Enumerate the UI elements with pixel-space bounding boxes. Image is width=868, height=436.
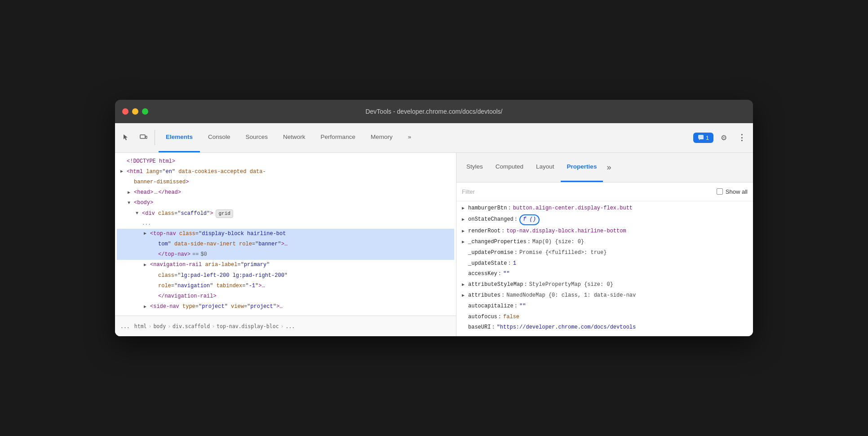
right-toolbar: Styles Computed Layout Properties » (456, 153, 753, 182)
breadcrumb-end-dots: ... (286, 323, 295, 329)
prop-renderRoot[interactable]: ▶ renderRoot : top-nav.display-block.hai… (456, 226, 753, 237)
dom-line-scaffold[interactable]: ▼ <div class="scaffold" > grid (117, 209, 454, 219)
dom-line-head[interactable]: ▶ <head>…</head> (117, 187, 454, 198)
dom-line-body[interactable]: ▼ <body> (117, 198, 454, 208)
chat-badge[interactable]: 1 (693, 133, 713, 143)
dom-line-top-nav-close: </top-nav> == $0 (117, 249, 454, 260)
dom-line-doctype: <!DOCTYPE html> (117, 156, 454, 167)
properties-list[interactable]: ▶ hamburgerBtn : button.align-center.dis… (456, 201, 753, 337)
show-all-checkbox[interactable] (717, 188, 723, 195)
breadcrumb-dots: ... (120, 323, 130, 329)
tab-elements[interactable]: Elements (159, 123, 200, 152)
main-toolbar: Elements Console Sources Network Perform… (115, 123, 753, 153)
triangle-attributes[interactable]: ▶ (462, 292, 468, 300)
window-title: DevTools - developer.chrome.com/docs/dev… (122, 108, 746, 115)
inspect-element-button[interactable] (119, 130, 134, 145)
tab-more[interactable]: » (401, 123, 419, 152)
left-panel: <!DOCTYPE html> ▶ <html lang="en" data-c… (115, 153, 456, 337)
triangle-html: ▶ (120, 168, 127, 175)
toolbar-icons (119, 130, 155, 145)
prop-changedProperties[interactable]: ▶ _changedProperties : Map(0) {size: 0} (456, 237, 753, 248)
prop-baseURI[interactable]: ▶ baseURI : "https://developer.chrome.co… (456, 322, 753, 333)
triangle-onStateChanged[interactable]: ▶ (462, 216, 468, 224)
more-icon: ⋮ (738, 133, 746, 142)
dom-line-nav-rail[interactable]: ▶ <navigation-rail aria-label="primary" (117, 260, 454, 270)
traffic-lights (122, 108, 148, 115)
triangle-top-nav[interactable]: ▶ (144, 230, 150, 237)
title-bar: DevTools - developer.chrome.com/docs/dev… (115, 100, 753, 123)
tab-performance[interactable]: Performance (314, 123, 363, 152)
dom-line-html-cont: banner-dismissed> (117, 177, 454, 187)
maximize-button[interactable] (142, 108, 148, 115)
html-tag: <html (127, 168, 143, 176)
show-all-text: Show all (726, 188, 748, 195)
tab-computed[interactable]: Computed (489, 153, 530, 182)
dom-line-side-nav[interactable]: ▶ <side-nav type="project" view="project… (117, 302, 454, 312)
device-toolbar-button[interactable] (136, 130, 151, 145)
doctype-text: <!DOCTYPE html> (127, 157, 175, 166)
dom-tree[interactable]: <!DOCTYPE html> ▶ <html lang="en" data-c… (115, 153, 456, 316)
main-tabs: Elements Console Sources Network Perform… (159, 123, 418, 152)
tab-properties[interactable]: Properties (561, 153, 603, 182)
dom-line-html[interactable]: ▶ <html lang="en" data-cookies-accepted … (117, 167, 454, 177)
show-all-label[interactable]: Show all (717, 188, 748, 195)
svg-rect-2 (698, 135, 704, 139)
func-highlight: f () (519, 214, 540, 225)
breadcrumb-body[interactable]: body (153, 323, 166, 329)
prop-updateState[interactable]: ▶ _updateState : 1 (456, 258, 753, 269)
minimize-button[interactable] (132, 108, 138, 115)
toolbar-right: 1 ⚙ ⋮ (693, 130, 749, 145)
prop-hamburgerBtn[interactable]: ▶ hamburgerBtn : button.align-center.dis… (456, 203, 753, 214)
triangle-side-nav[interactable]: ▶ (144, 303, 150, 311)
svg-rect-0 (140, 135, 145, 138)
triangle-nav-rail[interactable]: ▶ (144, 262, 150, 269)
grid-badge: grid (216, 209, 233, 218)
triangle-attrStyleMap[interactable]: ▶ (462, 281, 468, 289)
tab-styles[interactable]: Styles (460, 153, 489, 182)
filter-bar: Show all (456, 182, 753, 201)
right-panel: Styles Computed Layout Properties » Show… (456, 153, 753, 337)
triangle-scaffold[interactable]: ▼ (136, 210, 142, 217)
breadcrumb-bar: ... html › body › div.scaffold › top-nav… (115, 316, 456, 336)
settings-button[interactable]: ⚙ (716, 130, 731, 145)
dom-line-nav-rail-close: </navigation-rail> (117, 291, 454, 302)
devtools-window: DevTools - developer.chrome.com/docs/dev… (115, 100, 753, 337)
triangle-changedProps[interactable]: ▶ (462, 239, 468, 246)
dom-line-nav-rail-cont1: class="lg:pad-left-200 lg:pad-right-200" (117, 271, 454, 281)
html-attr-cookies: data-cookies-accepted (175, 168, 246, 176)
dom-line-top-nav[interactable]: ▶ <top-nav class="display-block hairline… (117, 229, 454, 239)
chat-count: 1 (706, 134, 709, 141)
dom-dots: ... (142, 220, 151, 228)
svg-rect-1 (146, 136, 147, 138)
tab-console[interactable]: Console (201, 123, 238, 152)
breadcrumb-top-nav[interactable]: top-nav.display-bloc (217, 323, 279, 329)
settings-icon: ⚙ (721, 133, 727, 142)
tab-sources[interactable]: Sources (239, 123, 275, 152)
breadcrumb-scaffold[interactable]: div.scaffold (173, 323, 210, 329)
tab-memory[interactable]: Memory (363, 123, 400, 152)
triangle-head[interactable]: ▶ (128, 189, 134, 196)
prop-onStateChanged[interactable]: ▶ onStateChanged : f () (456, 214, 753, 226)
prop-accessKey[interactable]: ▶ accessKey : "" (456, 269, 753, 280)
spacer (120, 158, 127, 165)
prop-autofocus[interactable]: ▶ autofocus : false (456, 312, 753, 323)
prop-updatePromise[interactable]: ▶ _updatePromise : Promise {<fulfilled>:… (456, 248, 753, 258)
breadcrumb-html[interactable]: html (134, 323, 147, 329)
more-options-button[interactable]: ⋮ (734, 130, 749, 145)
right-more-tabs[interactable]: » (603, 153, 615, 182)
prop-attributes[interactable]: ▶ attributes : NamedNodeMap {0: class, 1… (456, 290, 753, 301)
tab-layout[interactable]: Layout (530, 153, 561, 182)
devtools-body: Elements Console Sources Network Perform… (115, 123, 753, 337)
content-area: <!DOCTYPE html> ▶ <html lang="en" data-c… (115, 153, 753, 337)
triangle-hamburger[interactable]: ▶ (462, 205, 468, 213)
triangle-renderRoot[interactable]: ▶ (462, 228, 468, 236)
tab-network[interactable]: Network (276, 123, 313, 152)
close-button[interactable] (122, 108, 128, 115)
prop-attributeStyleMap[interactable]: ▶ attributeStyleMap : StylePropertyMap {… (456, 280, 753, 290)
filter-input[interactable] (462, 188, 712, 195)
prop-autocapitalize[interactable]: ▶ autocapitalize : "" (456, 301, 753, 312)
triangle-body[interactable]: ▼ (128, 200, 134, 207)
dom-line-top-nav-cont: tom" data-side-nav-inert role="banner">… (117, 239, 454, 249)
dom-dots-row: ... (117, 219, 454, 229)
dom-line-nav-rail-cont2: role="navigation" tabindex="-1">… (117, 281, 454, 291)
